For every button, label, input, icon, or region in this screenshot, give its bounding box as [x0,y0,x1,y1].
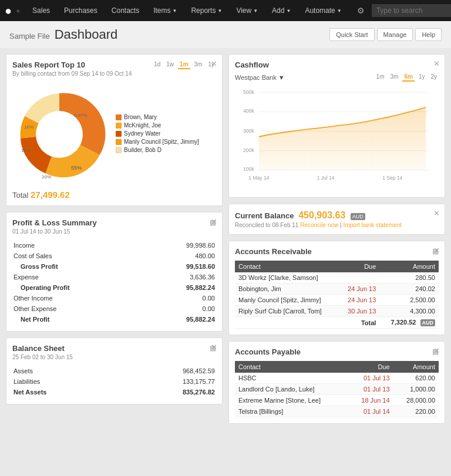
time-3m[interactable]: 3m [193,60,204,69]
ap-contact-2[interactable]: Landlord Co [Lando, Luke] [235,384,348,395]
cf-1y[interactable]: 1y [417,73,427,82]
pnl-oe-label: Other Expense [14,304,146,313]
cashflow-title: Cashflow [235,60,269,69]
pnl-income-label: Income [14,241,146,250]
legend-dot-4 [116,139,122,145]
nav-sales[interactable]: Sales [26,3,56,18]
ap-card-close[interactable]: ✕ [433,346,440,355]
time-1m[interactable]: 1m [178,60,190,69]
ar-card-close[interactable]: ✕ [433,246,440,255]
ar-due-4: 30 Jun 13 [339,306,379,317]
page-title-area: Sample File Dashboard [9,27,117,42]
nav-add[interactable]: Add ▼ [266,3,297,18]
nav-view[interactable]: View ▼ [230,3,264,18]
table-row: Other Expense 0.00 [14,304,215,313]
nav-reports[interactable]: Reports ▼ [185,3,228,18]
svg-text:1 May 14: 1 May 14 [248,175,269,181]
time-1w[interactable]: 1w [164,60,176,69]
search-input[interactable] [372,4,451,17]
svg-text:100k: 100k [243,166,254,172]
main-grid: Sales Report Top 10 By billing contact f… [0,48,451,430]
table-row: Net Assets 835,276.82 [14,387,215,397]
pnl-op-value: 95,882.24 [147,283,215,292]
pnl-table: Income 99,998.60 Cost of Sales 480.00 Gr… [12,239,216,325]
ar-contact-4[interactable]: Riply Surf Club [Carroll, Tom] [235,306,339,317]
table-row: Income 99,998.60 [14,241,215,250]
cashflow-card: Cashflow ✕ Westpac Bank ▼ 1m 3m 6m 1y 2y [228,54,445,198]
table-row: Other Income 0.00 [14,293,215,303]
balance-sheet-card: Balance Sheet 25 Feb 02 to 30 Jun 15 ▩ ✕… [6,337,223,404]
cashflow-time-buttons: 1m 3m 6m 1y 2y [375,73,439,82]
list-item: Extreme Marine [Stone, Lee] 18 Jun 14 28… [235,395,439,406]
ar-due-3: 24 Jun 13 [339,295,379,306]
bank-selector[interactable]: Westpac Bank ▼ [235,74,285,81]
right-column: Cashflow ✕ Westpac Bank ▼ 1m 3m 6m 1y 2y [228,54,445,424]
manage-button[interactable]: Manage [377,28,413,41]
ap-contact-4[interactable]: Telstra [Billings] [235,406,348,417]
liabilities-label: Liabilities [14,377,115,386]
list-item: 3D Workz [Clarke, Samson] 280.50 [235,272,439,283]
list-item: Bobington, Jim 24 Jun 13 240.02 [235,283,439,295]
sales-card-close[interactable]: ✕ [211,59,217,68]
ar-col-contact: Contact [235,261,339,272]
table-row: Expense 3,636.36 [14,272,215,282]
nav-purchases[interactable]: Purchases [58,3,103,18]
nav-items[interactable]: Items ▼ [147,3,183,18]
reconcile-text: Reconciled to 08 Feb 11 Reconcile now | … [235,222,439,228]
aud-badge: AUD [351,213,365,220]
pnl-cos-label: Cost of Sales [14,251,146,261]
pnl-np-value: 95,882.24 [147,315,215,324]
legend-label-1: Brown, Mary [124,114,157,120]
page-title: Dashboard [55,27,118,42]
legend-dot-2 [116,123,122,129]
ar-contact-2[interactable]: Bobington, Jim [235,283,339,295]
cf-2y[interactable]: 2y [429,73,439,82]
pnl-subtitle: 01 Jul 14 to 30 Jun 15 [12,228,97,235]
time-1d[interactable]: 1d [152,60,162,69]
quick-start-button[interactable]: Quick Start [329,28,374,41]
legend-item-1: Brown, Mary [116,114,199,120]
svg-text:1 Jul 14: 1 Jul 14 [317,175,335,181]
balance-card-close[interactable]: ✕ [211,343,217,352]
pnl-oi-label: Other Income [14,293,146,303]
ap-amount-2: 1,000.00 [393,384,439,395]
ap-title: Accounts Payable [235,347,301,356]
cf-6m[interactable]: 6m [402,73,414,82]
ar-col-amount: Amount [379,261,439,272]
current-balance-amount: 450,903.63 AUD [296,210,365,220]
legend-dot-1 [116,114,122,120]
ar-aud-badge: AUD [420,319,436,326]
cf-3m[interactable]: 3m [389,73,400,82]
nav-automate[interactable]: Automate ▼ [299,3,347,18]
legend-label-4: Manly Council [Spitz, Jimmy] [124,139,199,145]
balance-info-close[interactable]: ✕ [433,209,440,218]
sales-time-buttons: 1d 1w 1m 3m 1y [152,60,216,69]
donut-legend: Brown, Mary McKnight, Joe Sydney Water M… [116,114,199,155]
grid-icon[interactable]: ▫ [16,6,19,15]
pnl-card-close[interactable]: ✕ [211,217,217,226]
help-button[interactable]: Help [415,28,442,41]
nav-contacts[interactable]: Contacts [106,3,145,18]
ar-contact-3[interactable]: Manly Council [Spitz, Jimmy] [235,295,339,306]
reconcile-now-link[interactable]: Reconcile now [300,222,338,228]
import-bank-link[interactable]: Import bank statement [343,222,402,228]
ar-contact-1[interactable]: 3D Workz [Clarke, Samson] [235,272,339,283]
pnl-np-label: Net Profit [14,315,146,324]
accounts-receivable-card: Accounts Receivable ▩ ✕ Contact Due Amou… [228,241,445,335]
cf-1m[interactable]: 1m [375,73,386,82]
ar-due-2: 24 Jun 13 [339,283,379,295]
ar-col-due: Due [339,261,379,272]
svg-text:0.87%: 0.87% [74,113,87,118]
page-header: Sample File Dashboard Quick Start Manage… [0,21,451,48]
ar-total-label [235,317,339,329]
legend-item-3: Sydney Water [116,130,199,137]
ap-contact-3[interactable]: Extreme Marine [Stone, Lee] [235,395,348,406]
settings-icon[interactable]: ⚙ [352,6,369,15]
cashflow-card-close[interactable]: ✕ [433,59,440,68]
top-navigation: ● ▫ Sales Purchases Contacts Items ▼ Rep… [0,0,451,21]
net-assets-label: Net Assets [14,387,115,397]
ap-contact-1[interactable]: HSBC [235,373,348,384]
ar-total-value: 7,320.52 AUD [379,317,439,329]
svg-text:10%: 10% [24,124,33,130]
ar-amount-2: 240.02 [379,283,439,295]
